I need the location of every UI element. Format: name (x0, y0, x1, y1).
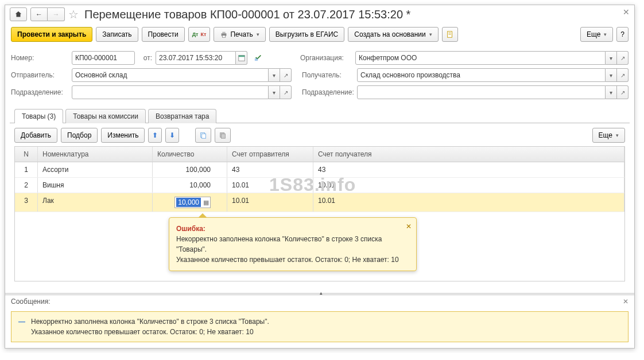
printer-icon (220, 30, 228, 38)
col-acc-sender[interactable]: Счет отправителя (227, 147, 313, 162)
org-label: Организация: (300, 54, 352, 62)
receiver-input[interactable]: Склад основного производства (357, 68, 606, 82)
form-fields: Номер: КП00-000001 от: 23.07.2017 15:53:… (5, 45, 634, 105)
dept1-label: Подразделение: (11, 88, 68, 96)
copy-button[interactable] (195, 128, 211, 143)
pick-button[interactable]: Подбор (61, 128, 98, 143)
messages-title: Сообщения: (11, 298, 50, 306)
tab-tare[interactable]: Возвратная тара (148, 109, 217, 123)
date-input[interactable]: 23.07.2017 15:53:20 (156, 51, 236, 65)
dept2-input-group: ▾ ↗ (357, 85, 629, 99)
table-row[interactable]: 1 Ассорти 100,000 43 43 (15, 162, 624, 178)
dept2-input[interactable] (357, 85, 606, 99)
dept2-open[interactable]: ↗ (617, 85, 629, 99)
calendar-button[interactable] (236, 51, 247, 65)
document-window: ✕ ← → ☆ Перемещение товаров КП00-000001 … (5, 5, 635, 349)
error-tooltip: ✕ Ошибка: Некорректно заполнена колонка … (169, 217, 417, 271)
dt-kt-button[interactable]: ДтКт (188, 27, 211, 42)
org-input[interactable]: Конфетпром ООО (355, 51, 606, 65)
sender-open[interactable]: ↗ (280, 68, 292, 82)
messages-close-button[interactable]: ✕ (623, 298, 629, 306)
messages-header: Сообщения: ✕ (5, 295, 634, 308)
col-acc-receiver[interactable]: Счет получателя (313, 147, 624, 162)
post-close-button[interactable]: Провести и закрыть (11, 27, 92, 42)
tooltip-close-button[interactable]: ✕ (406, 221, 412, 232)
print-button[interactable]: Печать▾ (214, 27, 265, 42)
home-icon (14, 10, 22, 18)
main-toolbar: Провести и закрыть Записать Провести ДтК… (5, 24, 634, 45)
post-button[interactable]: Провести (142, 27, 185, 42)
org-input-group: Конфетпром ООО ▾ ↗ (355, 51, 629, 65)
col-n[interactable]: N (15, 147, 38, 162)
help-button[interactable]: ? (616, 27, 629, 42)
table-more-button[interactable]: Еще▾ (592, 128, 625, 143)
favorite-icon[interactable]: ☆ (68, 7, 79, 21)
checkmark-icon (254, 53, 262, 61)
dept2-dropdown[interactable]: ▾ (606, 85, 617, 99)
sender-dropdown[interactable]: ▾ (269, 68, 280, 82)
col-qty[interactable]: Количество (153, 147, 227, 162)
tab-commission[interactable]: Товары на комиссии (65, 109, 146, 123)
svg-rect-2 (223, 36, 226, 38)
svg-rect-7 (238, 56, 245, 57)
svg-rect-1 (223, 32, 226, 34)
error-text-1: Некорректно заполнена колонка "Количеств… (176, 234, 409, 255)
save-button[interactable]: Записать (96, 27, 138, 42)
sender-input-group: Основной склад ▾ ↗ (72, 68, 292, 82)
move-up-button[interactable]: ⬆ (148, 128, 162, 143)
dept1-dropdown[interactable]: ▾ (269, 85, 280, 99)
table-row[interactable]: 3 Лак 10,000 ▦ 10.01 10.01 (15, 193, 624, 212)
svg-rect-8 (255, 58, 258, 60)
move-down-button[interactable]: ⬇ (165, 128, 179, 143)
receiver-label: Получатель: (302, 71, 354, 79)
message-bullet: — (18, 316, 25, 337)
number-label: Номер: (11, 54, 68, 62)
more-button[interactable]: Еще▾ (580, 27, 613, 42)
copy-icon (199, 131, 207, 139)
document-icon (446, 30, 454, 38)
col-name[interactable]: Номенклатура (38, 147, 153, 162)
paste-icon (219, 131, 227, 139)
splitter[interactable] (5, 293, 634, 295)
tabs: Товары (3) Товары на комиссии Возвратная… (10, 108, 630, 123)
status-icon[interactable] (254, 53, 262, 63)
table-header: N Номенклатура Количество Счет отправите… (15, 147, 624, 162)
tab-goods[interactable]: Товары (3) (14, 109, 63, 123)
date-input-group: 23.07.2017 15:53:20 (156, 51, 247, 65)
svg-rect-12 (222, 134, 226, 138)
home-button[interactable] (10, 7, 27, 21)
forward-button[interactable]: → (48, 7, 65, 21)
error-title: Ошибка: (176, 224, 409, 234)
add-row-button[interactable]: Добавить (14, 128, 57, 143)
receiver-input-group: Склад основного производства ▾ ↗ (357, 68, 629, 82)
org-dropdown[interactable]: ▾ (606, 51, 617, 65)
sender-label: Отправитель: (11, 71, 68, 79)
date-label: от: (138, 54, 152, 62)
nav-back-forward: ← → (30, 7, 65, 21)
qty-edit-cell[interactable]: 10,000 ▦ (153, 193, 227, 212)
paste-button[interactable] (215, 128, 231, 143)
calendar-icon (238, 54, 246, 62)
calculator-icon[interactable]: ▦ (203, 199, 209, 206)
dept1-input[interactable] (72, 85, 269, 99)
create-based-button[interactable]: Создать на основании▾ (348, 27, 439, 42)
org-open[interactable]: ↗ (617, 51, 629, 65)
dept2-label: Подразделение: (302, 88, 354, 96)
table-toolbar: Добавить Подбор Изменить ⬆ ⬇ Еще▾ (14, 128, 625, 143)
sender-input[interactable]: Основной склад (72, 68, 269, 82)
receiver-dropdown[interactable]: ▾ (606, 68, 617, 82)
messages-body[interactable]: — Некорректно заполнена колонка "Количес… (11, 311, 629, 342)
dept1-open[interactable]: ↗ (280, 85, 292, 99)
number-input[interactable]: КП00-000001 (72, 51, 135, 65)
close-button[interactable]: ✕ (623, 7, 630, 17)
back-button[interactable]: ← (30, 7, 48, 21)
receiver-open[interactable]: ↗ (617, 68, 629, 82)
svg-rect-10 (202, 134, 206, 138)
egais-button[interactable]: Выгрузить в ЕГАИС (269, 27, 345, 42)
edit-button[interactable]: Изменить (101, 128, 145, 143)
table-row[interactable]: 2 Вишня 10,000 10.01 10.01 (15, 178, 624, 193)
report-button[interactable] (442, 27, 458, 42)
dept1-input-group: ▾ ↗ (72, 85, 292, 99)
message-content: Некорректно заполнена колонка "Количеств… (31, 316, 269, 337)
error-text-2: Указанное количество превышает остаток. … (176, 255, 409, 265)
